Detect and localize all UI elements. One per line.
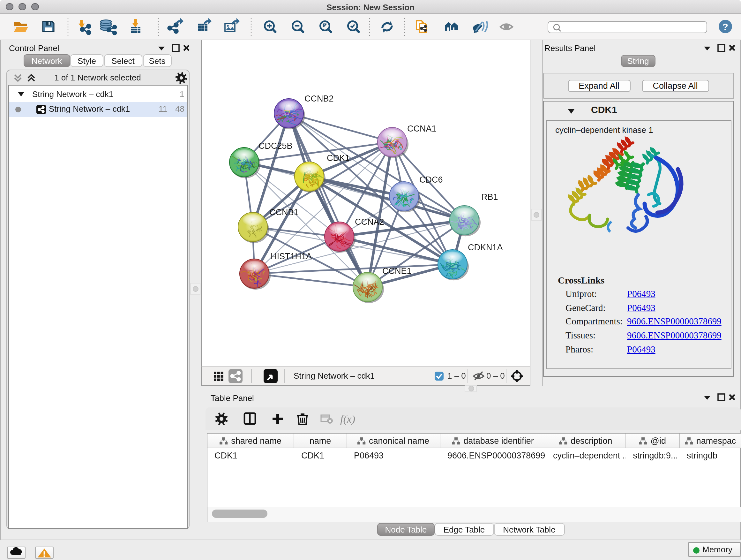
svg-text:CDK1: CDK1 — [327, 153, 350, 163]
svg-text:CCNA2: CCNA2 — [355, 217, 384, 227]
svg-text:CDC25B: CDC25B — [259, 141, 293, 151]
svg-text:RB1: RB1 — [481, 192, 498, 202]
svg-text:CCNB2: CCNB2 — [305, 94, 334, 104]
svg-text:CCNA1: CCNA1 — [407, 124, 436, 133]
svg-text:CCNE1: CCNE1 — [382, 266, 412, 276]
svg-text:f(x): f(x) — [340, 413, 355, 425]
svg-text:HIST1H1A: HIST1H1A — [271, 252, 312, 261]
svg-text:CDKN1A: CDKN1A — [468, 243, 503, 252]
svg-text:CCNB1: CCNB1 — [269, 207, 299, 217]
svg-text:CDC6: CDC6 — [419, 175, 443, 185]
